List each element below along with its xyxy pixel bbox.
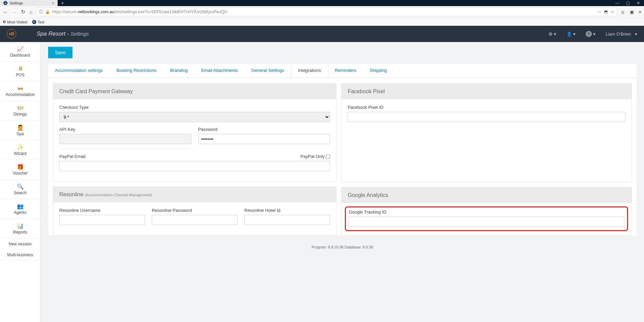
tab-booking-restrictions[interactable]: Booking Restrictions [110, 64, 164, 78]
user-dropdown[interactable]: 👤▾ [566, 32, 576, 37]
forward-icon[interactable]: → [12, 9, 17, 15]
agents-icon: 👥 [17, 203, 24, 209]
sidebar-item-search[interactable]: 🔍Search [0, 180, 40, 199]
resonline-username-input[interactable] [59, 215, 145, 225]
username-dropdown[interactable]: Liam O'Brien ▾ [606, 32, 637, 37]
api-key-input[interactable] [59, 134, 191, 144]
dining-icon: 🍽 [18, 105, 23, 111]
sidebar-item-reports[interactable]: 📊Reports [0, 219, 40, 239]
google-tracking-id-input[interactable] [349, 217, 624, 227]
sidebar-icon[interactable]: ▣ [630, 9, 634, 15]
panel-cc-gateway: Credit Card Payment Gateway Checkout Typ… [53, 83, 336, 182]
chevron-down-icon: ▾ [635, 32, 637, 37]
fb-pixel-id-label: Facebook Pixel ID [348, 105, 625, 110]
footer-version: Program: 8.9.10.36 Database: 8.9.30 [48, 245, 637, 249]
panel-google-analytics: Google Analytics Google Tracking ID [341, 187, 632, 236]
sidebar-item-agents[interactable]: 👥Agents [0, 199, 40, 219]
app-header: nB Spa Resort - Settings ⚙▾ 👤▾ ?▾ Liam O… [0, 26, 644, 42]
sidebar-item-dashboard[interactable]: 📈Dashboard [0, 42, 40, 62]
library-icon[interactable]: ⫼ [621, 9, 625, 15]
bookmark-most-visited[interactable]: ✿ Most Visited [3, 20, 27, 24]
chevron-down-icon: ▾ [554, 32, 556, 37]
window-controls: — ▢ ✕ [611, 0, 644, 6]
sidebar-item-dinings[interactable]: 🍽Dinings [0, 101, 40, 121]
panel-resonline: Resonline (Accommodation Channel Managem… [53, 186, 336, 236]
checkout-type-select[interactable]: 9 * [59, 112, 330, 122]
app-logo[interactable]: nB [7, 29, 16, 39]
paypal-email-label: PayPal Email [59, 154, 85, 159]
page-title: Spa Resort - Settings [37, 31, 89, 37]
search-icon: 🔍 [17, 183, 24, 190]
panel-title: Resonline (Accommodation Channel Managem… [53, 187, 336, 202]
sidebar-item-spa[interactable]: 💆Spa [0, 121, 40, 140]
bookmark-star-icon[interactable]: ☆ [610, 9, 614, 14]
tab-branding[interactable]: Branding [163, 64, 194, 78]
chevron-down-icon: ▾ [593, 32, 596, 37]
help-dropdown[interactable]: ?▾ [586, 31, 596, 37]
paypal-only-label: PayPal Only [300, 154, 325, 159]
panel-facebook-pixel: Facebook Pixel Facebook Pixel ID [341, 83, 632, 182]
maximize-icon[interactable]: ▢ [626, 1, 630, 5]
panel-title: Google Analytics [341, 187, 631, 203]
resonline-password-input[interactable] [152, 215, 237, 225]
tab-favicon-icon: n [3, 1, 7, 5]
spa-icon: 💆 [17, 124, 24, 131]
help-icon: ? [586, 31, 592, 37]
api-key-label: API Key [59, 127, 191, 132]
tab-reminders[interactable]: Reminders [328, 64, 363, 78]
lock-icon: 🔒 [45, 9, 50, 14]
sidebar-item-accommodation[interactable]: 🛏Accommodation [0, 81, 40, 101]
gauge-icon: 📈 [17, 46, 24, 52]
sidebar-multi-business[interactable]: Multi-business [0, 249, 40, 260]
sidebar-new-session[interactable]: New session [0, 239, 40, 249]
pos-icon: 🖥 [18, 66, 23, 72]
tab-accommodation-settings[interactable]: Accommodation settings [48, 64, 110, 78]
resonline-hotel-id-input[interactable] [244, 215, 330, 225]
checkout-type-label: Checkout Type [59, 105, 330, 110]
address-bar[interactable]: ⓘ 🔒 https://secure.netbookings.com.au/te… [36, 7, 617, 16]
person-icon: 👤 [566, 32, 572, 37]
sidebar: 📈Dashboard 🖥POS 🛏Accommodation 🍽Dinings … [0, 42, 41, 322]
panel-title: Credit Card Payment Gateway [53, 84, 336, 99]
reload-icon[interactable]: ↻ [21, 9, 25, 15]
resonline-username-label: Resonline Username [59, 208, 145, 213]
gear-icon: ⚙ [548, 32, 553, 37]
tab-integrations[interactable]: Integrations [291, 64, 328, 78]
resonline-password-label: Resonline Password [152, 208, 237, 213]
bookmark-test[interactable]: n Test [32, 20, 44, 24]
save-button[interactable]: Save [48, 47, 72, 58]
tab-email-attachments[interactable]: Email Attachments [194, 64, 245, 78]
resonline-hotel-id-label: Resonline Hotel Id [244, 208, 330, 213]
tab-close-icon[interactable]: × [51, 1, 54, 6]
main-content: Save Accommodation settings Booking Rest… [41, 42, 644, 322]
pocket-icon[interactable]: ⬒ [604, 9, 608, 14]
paypal-only-checkbox[interactable] [326, 155, 330, 159]
bookmarks-bar: ✿ Most Visited n Test [0, 18, 644, 26]
minimize-icon[interactable]: — [615, 1, 619, 5]
fb-pixel-id-input[interactable] [348, 112, 625, 122]
more-icon[interactable]: ⋯ [597, 9, 601, 14]
tab-general-settings[interactable]: General Settings [245, 64, 291, 78]
gear-icon: ✿ [3, 20, 6, 24]
highlighted-region: Google Tracking ID [345, 206, 628, 231]
sidebar-item-voucher[interactable]: 🎁Voucher [0, 160, 40, 180]
browser-tab-strip: n Settings × ＋ — ▢ ✕ [0, 0, 644, 6]
gift-icon: 🎁 [17, 164, 24, 170]
bookmark-favicon-icon: n [32, 20, 36, 24]
paypal-email-input[interactable] [59, 161, 330, 171]
bed-icon: 🛏 [18, 85, 23, 92]
home-icon[interactable]: ⌂ [29, 9, 33, 15]
cc-password-input[interactable] [198, 134, 330, 144]
tab-shipping[interactable]: Shipping [363, 64, 394, 78]
sidebar-item-wizard[interactable]: ✨Wizard [0, 140, 40, 160]
back-icon[interactable]: ← [3, 9, 8, 15]
settings-dropdown[interactable]: ⚙▾ [548, 32, 556, 37]
new-tab-button[interactable]: ＋ [58, 0, 67, 6]
tab-title: Settings [9, 1, 23, 5]
password-label: Password [198, 127, 330, 132]
browser-tab-active[interactable]: n Settings × [0, 0, 58, 6]
sidebar-item-pos[interactable]: 🖥POS [0, 62, 40, 81]
hamburger-menu-icon[interactable]: ≡ [639, 9, 641, 15]
close-window-icon[interactable]: ✕ [637, 1, 640, 5]
site-info-icon[interactable]: ⓘ [39, 9, 43, 15]
